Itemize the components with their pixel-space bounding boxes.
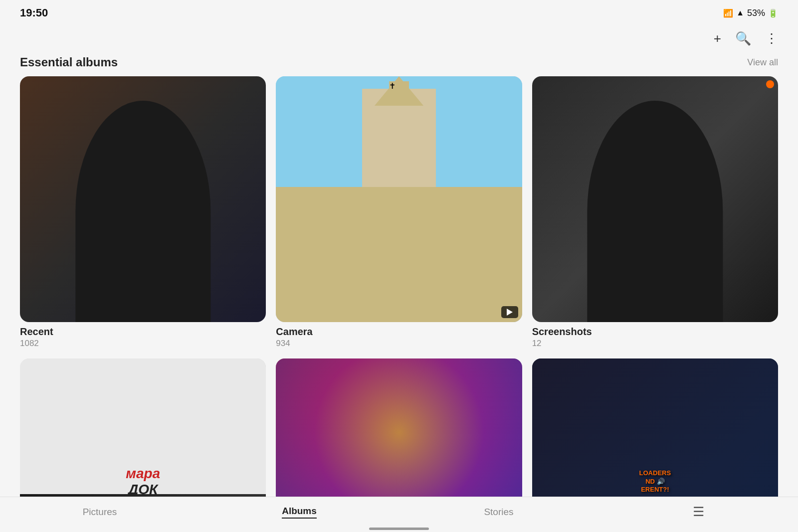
section-header: Essential albums View all [20, 51, 778, 76]
toolbar: + 🔍 ⋮ [0, 26, 798, 51]
view-all-button[interactable]: View all [747, 57, 778, 68]
nav-stories-label: Stories [484, 507, 513, 518]
album-item[interactable]: Recent 1082 [20, 76, 266, 349]
album-count: 12 [532, 339, 778, 349]
album-count: 934 [276, 339, 522, 349]
new-badge [766, 80, 774, 88]
album-thumbnail: ✝ [276, 76, 522, 322]
main-content: Essential albums View all Recent 1082 ✝ … [0, 51, 798, 497]
more-button[interactable]: ⋮ [765, 31, 778, 46]
album-item[interactable]: мараДОК Download 9 [20, 358, 266, 497]
wifi-icon: 📶 [723, 8, 733, 18]
album-thumbnail: мараДОК [20, 358, 266, 497]
youtube-icon [501, 306, 518, 318]
time-display: 19:50 [20, 6, 48, 19]
nav-stories[interactable]: Stories [399, 507, 598, 518]
status-bar: 19:50 📶 ▲ 53% 🔋 [0, 0, 798, 26]
status-icons: 📶 ▲ 53% 🔋 [723, 8, 778, 18]
nav-albums[interactable]: Albums [200, 506, 399, 519]
nav-pictures[interactable]: Pictures [0, 507, 200, 518]
album-count: 1082 [20, 339, 266, 349]
add-button[interactable]: + [714, 31, 721, 46]
album-name: Recent [20, 326, 266, 338]
signal-icon: ▲ [736, 8, 744, 17]
nav-menu[interactable]: ☰ [598, 504, 798, 520]
album-item[interactable]: Quick Share 1 [276, 358, 522, 497]
nav-pictures-label: Pictures [83, 507, 117, 518]
album-name: Screenshots [532, 326, 778, 338]
section-title: Essential albums [20, 55, 118, 69]
home-indicator [369, 528, 429, 530]
album-thumbnail: LOADERSND 🔊ERENT?! [532, 358, 778, 497]
menu-icon: ☰ [693, 504, 704, 520]
album-thumbnail [532, 76, 778, 322]
album-thumbnail [20, 76, 266, 322]
album-item[interactable]: Screenshots 12 [532, 76, 778, 349]
album-thumbnail [276, 358, 522, 497]
albums-grid: Recent 1082 ✝ Camera 934 Screenshots 12 … [20, 76, 778, 497]
search-button[interactable]: 🔍 [735, 31, 751, 46]
album-name: Camera [276, 326, 522, 338]
album-item[interactable]: ✝ Camera 934 [276, 76, 522, 349]
battery-display: 53% [747, 8, 765, 18]
bottom-nav: Pictures Albums Stories ☰ [0, 497, 798, 525]
album-item[interactable]: LOADERSND 🔊ERENT?! Canva 3 [532, 358, 778, 497]
nav-albums-label: Albums [282, 506, 317, 519]
battery-icon: 🔋 [768, 8, 778, 18]
